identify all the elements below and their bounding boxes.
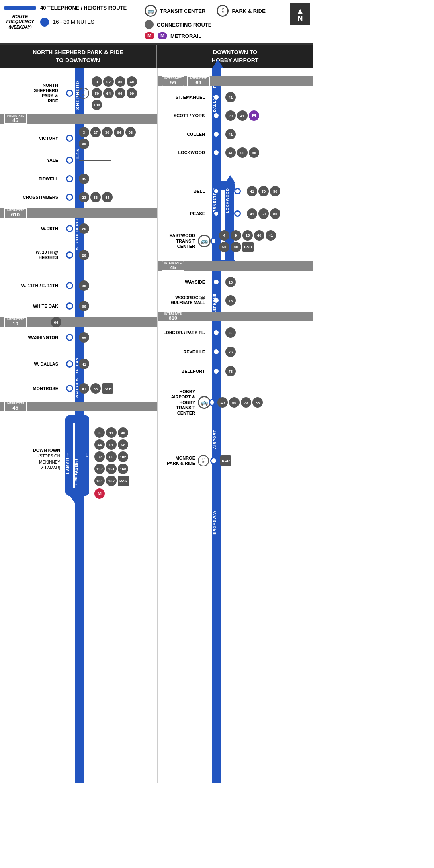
stop-dot-r	[234, 210, 241, 217]
left-map-col: SHEPHERD NORTHSHEPHERDPARK &RIDE PR 3 27…	[0, 68, 158, 783]
stop-dot	[213, 348, 220, 355]
north-n-label: N	[298, 15, 303, 22]
metro-badge-red: M	[145, 32, 154, 39]
hwy-i610-right: INTERSTATE 610	[158, 312, 313, 321]
i45-right-badge: INTERSTATE 45	[162, 261, 184, 271]
stop-cullen: CULLEN 41	[158, 127, 313, 141]
stop-dot	[66, 282, 73, 289]
badges-lockwood: 41 50 80	[223, 147, 259, 158]
stop-name-reveille: REVEILLE	[158, 349, 209, 354]
stop-crosstimbers: CROSSTIMBERS 23 36 44	[0, 190, 157, 204]
north-arrow-symbol: ▲	[296, 7, 304, 15]
metrorail-label: METRORAIL	[170, 33, 201, 39]
stop-name-pease: PEASE	[158, 211, 209, 216]
stop-name-st-emanuel: ST. EMANUEL	[158, 95, 209, 100]
badges-monroe: P&R	[218, 455, 231, 466]
stop-dot-r	[234, 188, 241, 194]
hwy-i45-right: INTERSTATE 45	[158, 261, 313, 271]
legend-left: 40 TELEPHONE / HEIGHTS ROUTE ROUTEFREQUE…	[4, 5, 141, 30]
stop-name-woodridge: WOODRIDGE@GULFGATE MALL	[158, 296, 209, 305]
airport-label: AIRPORT	[213, 430, 217, 449]
freq-value-label: 16 - 30 MINUTES	[53, 19, 94, 25]
double-route-section: ERNESTINE LOCKWOOD BELL	[158, 184, 313, 221]
waugh-wdallas-street-label: WAUGH W. DALLAS	[75, 357, 79, 398]
bagby-street-label: BAGBY	[75, 458, 79, 473]
metrorail-row: M M METRORAIL	[145, 32, 309, 39]
legend-right: 🚌 TRANSIT CENTER PR PARK & RIDE CONNECTI…	[145, 5, 309, 39]
stop-name-downtown: DOWNTOWN(STOPS ONMCKINNEY& LAMAR)	[4, 447, 60, 470]
park-ride-icon: PR	[217, 5, 229, 17]
badges-hobby: 40 50 73 88	[215, 397, 263, 408]
stop-eastwood-tc: EASTWOODTRANSITCENTER 🚌 4 9 25 40 41 50 …	[158, 229, 313, 253]
freq-dot-symbol	[40, 18, 49, 27]
stop-dot	[66, 302, 73, 310]
stop-name-white-oak: WHITE OAK	[0, 304, 62, 308]
i45-street-label: I-45	[75, 149, 80, 159]
route-legend-label: 40 TELEPHONE / HEIGHTS ROUTE	[40, 5, 127, 11]
left-column-header: NORTH SHEPHERD PARK & RIDETO DOWNTOWN	[0, 45, 157, 68]
stop-name-wayside: WAYSIDE	[158, 280, 209, 284]
i45b-badge: INTERSTATE 45	[4, 401, 27, 412]
connecting-route-row: CONNECTING ROUTE	[145, 20, 309, 29]
stop-dot	[213, 329, 220, 336]
stop-dot	[66, 334, 73, 341]
metro-m-scott: M	[249, 110, 259, 121]
badges-bellfort: 73	[223, 366, 236, 376]
stop-name-cullen: CULLEN	[158, 132, 209, 137]
badges-montrose: 41 56 P&R	[76, 383, 113, 394]
stop-dot	[66, 90, 73, 97]
badges-long-dr: 5	[223, 327, 236, 338]
stop-dot	[213, 210, 219, 217]
badges-victory: 3 27 30 64 96 99	[76, 127, 137, 149]
stop-bell: BELL 41 50 80	[158, 184, 313, 198]
stop-wayside: WAYSIDE 28	[158, 275, 313, 289]
stop-dot	[213, 368, 220, 375]
stop-name-bell: BELL	[158, 189, 209, 194]
right-column-header: DOWNTOWN TOHOBBY AIRPORT	[157, 45, 313, 68]
park-ride-label: PARK & RIDE	[232, 8, 266, 14]
stop-name-montrose: MONTROSE	[0, 386, 62, 391]
i10-badge-66: 66	[51, 317, 61, 327]
column-headers: NORTH SHEPHERD PARK & RIDETO DOWNTOWN DO…	[0, 45, 313, 68]
stop-dot	[66, 157, 73, 164]
badges-scott-york: 29 41 M	[223, 110, 259, 121]
i610-right-badge: INTERSTATE 610	[162, 311, 184, 322]
stop-w20th-heights: W. 20TH @HEIGHTS 26	[0, 248, 157, 262]
page-wrapper: 40 TELEPHONE / HEIGHTS ROUTE ROUTEFREQUE…	[0, 0, 313, 783]
stop-name-tidwell: TIDWELL	[0, 176, 62, 181]
hwy59-badge: INTERSTATE 59	[162, 76, 184, 86]
hwy-i45-left-2: INTERSTATE 45	[0, 402, 157, 411]
stop-name-scott-york: SCOTT / YORK	[158, 113, 209, 118]
stop-woodridge: WOODRIDGE@GULFGATE MALL 76	[158, 293, 313, 308]
stop-dot	[213, 278, 220, 286]
eastwood-tc-icon: 🚌	[198, 235, 211, 247]
stop-hobby-tc: HOBBYAIRPORT &HOBBYTRANSITCENTER 🚌 40 50…	[158, 386, 313, 419]
stop-dot	[211, 237, 217, 245]
i610-badge: INTERSTATE 610	[4, 208, 27, 219]
stop-dot	[210, 457, 217, 464]
stop-name-w-dallas: W. DALLAS	[0, 361, 62, 366]
stop-dot	[213, 149, 220, 156]
monroe-pr-icon: PR	[198, 455, 209, 466]
stop-dot	[66, 175, 73, 182]
stop-dot	[213, 131, 220, 138]
stop-dot	[66, 385, 73, 392]
transit-center-icon: 🚌	[145, 5, 157, 17]
badges-eastwood: 4 9 25 40 41 50 80 P&R	[217, 230, 281, 252]
badges-downtown: 6 11 40 44 51 52 82 85 102	[94, 427, 129, 499]
stop-dot	[209, 399, 215, 406]
shepherd-label: SHEPHERD	[75, 80, 80, 110]
route-line-symbol	[4, 6, 36, 10]
metro-badge-purple: M	[158, 32, 167, 39]
freq-label-block: ROUTEFREQUENCY(WEEKDAY)	[4, 14, 36, 30]
badges-white-oak: 66	[76, 301, 89, 311]
stop-name-bellfort: BELLFORT	[158, 369, 209, 374]
stop-long-dr: LONG DR. / PARK PL. 5	[158, 325, 313, 340]
stop-tidwell: TIDWELL 45	[0, 172, 157, 186]
stop-lockwood: LOCKWOOD 41 50 80	[158, 145, 313, 160]
stop-scott-york: SCOTT / YORK 29 41 M	[158, 108, 313, 123]
right-route-track	[212, 68, 221, 783]
stop-w11th: W. 11TH / E. 11TH 30	[0, 278, 157, 293]
stop-dot	[213, 188, 219, 194]
badges-w20th-heights: 26	[76, 250, 89, 260]
